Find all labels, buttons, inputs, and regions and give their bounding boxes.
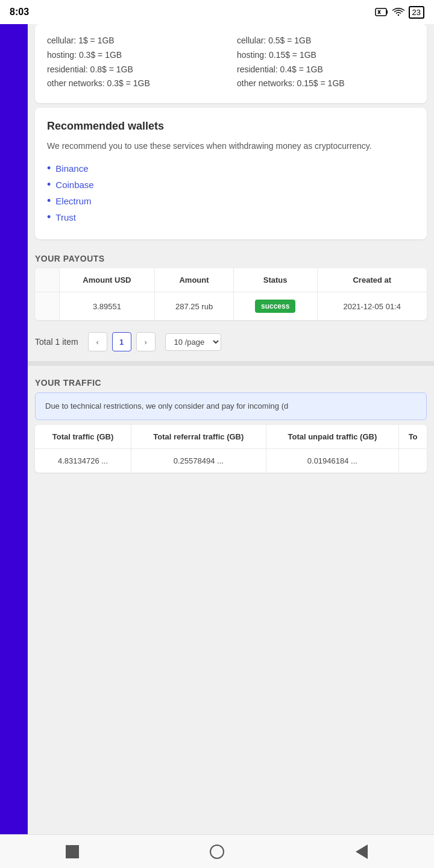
status-icons: 23 xyxy=(375,6,424,19)
price-col-2: cellular: 0.5$ = 1GB hosting: 0.15$ = 1G… xyxy=(237,34,415,91)
svg-rect-0 xyxy=(376,8,386,16)
bottom-spacer xyxy=(28,477,434,586)
th-referral-traffic: Total referral traffic (GB) xyxy=(131,425,266,449)
price-col2-item1: cellular: 0.5$ = 1GB xyxy=(237,34,415,48)
td-unpaid-traffic: 0.01946184 ... xyxy=(266,448,399,473)
price-col1-item4: other networks: 0.3$ = 1GB xyxy=(47,77,225,91)
traffic-notice: Due to technical restrictions, we only c… xyxy=(35,392,427,420)
th-status: Status xyxy=(233,268,317,292)
table-row: 4.83134726 ... 0.25578494 ... 0.01946184… xyxy=(35,448,427,473)
td-extra xyxy=(399,448,427,473)
circle-icon xyxy=(210,844,224,859)
table-row: 3.89551 287.25 rub success 2021-12-05 01… xyxy=(35,292,427,321)
recents-button[interactable] xyxy=(58,837,87,866)
section-divider xyxy=(28,361,434,366)
th-total-traffic: Total traffic (GB) xyxy=(35,425,131,449)
wallet-electrum[interactable]: Electrum xyxy=(47,195,415,207)
bottom-nav xyxy=(0,834,434,868)
main-content: cellular: 1$ = 1GB hosting: 0.3$ = 1GB r… xyxy=(28,24,434,834)
td-amount-usd: 3.89551 xyxy=(59,292,155,321)
pricing-section: cellular: 1$ = 1GB hosting: 0.3$ = 1GB r… xyxy=(35,24,427,103)
sidebar xyxy=(0,24,28,834)
per-page-select[interactable]: 10 /page 20 /page 50 /page xyxy=(165,333,221,351)
th-extra: To xyxy=(399,425,427,449)
wifi-icon xyxy=(392,7,405,17)
recommended-wallets-section: Recommended wallets We recommend you to … xyxy=(35,108,427,239)
status-bar: 8:03 23 xyxy=(0,0,434,24)
th-amount-usd: Amount USD xyxy=(59,268,155,292)
square-icon xyxy=(66,845,79,858)
price-col1-item2: hosting: 0.3$ = 1GB xyxy=(47,48,225,63)
td-status: success xyxy=(233,292,317,321)
price-col2-item4: other networks: 0.15$ = 1GB xyxy=(237,77,415,91)
wallet-coinbase[interactable]: Coinbase xyxy=(47,178,415,191)
back-button[interactable] xyxy=(347,837,376,866)
price-col1-item3: residential: 0.8$ = 1GB xyxy=(47,63,225,77)
payouts-table-wrapper: Amount USD Amount Status Created at 3.89… xyxy=(35,268,427,320)
battery-x-icon xyxy=(375,7,388,17)
price-col-1: cellular: 1$ = 1GB hosting: 0.3$ = 1GB r… xyxy=(47,34,225,91)
traffic-section-label: YOUR TRAFFIC xyxy=(28,368,434,392)
pagination-bar: Total 1 item ‹ 1 › 10 /page 20 /page 50 … xyxy=(28,325,434,359)
price-col2-item3: residential: 0.4$ = 1GB xyxy=(237,63,415,77)
total-items-text: Total 1 item xyxy=(35,337,78,347)
status-time: 8:03 xyxy=(10,7,29,17)
th-unpaid-traffic: Total unpaid traffic (GB) xyxy=(266,425,399,449)
wallets-title: Recommended wallets xyxy=(47,120,415,133)
wallet-trust[interactable]: Trust xyxy=(47,211,415,224)
next-page-button[interactable]: › xyxy=(136,332,156,351)
traffic-table: Total traffic (GB) Total referral traffi… xyxy=(35,425,427,473)
wallet-list: Binance Coinbase Electrum Trust xyxy=(47,162,415,224)
page-wrapper: cellular: 1$ = 1GB hosting: 0.3$ = 1GB r… xyxy=(0,24,434,834)
payouts-table: Amount USD Amount Status Created at 3.89… xyxy=(35,268,427,320)
status-badge: success xyxy=(255,300,295,313)
td-total-traffic: 4.83134726 ... xyxy=(35,448,131,473)
wallet-binance[interactable]: Binance xyxy=(47,162,415,175)
svg-rect-1 xyxy=(386,10,388,14)
td-amount: 287.25 rub xyxy=(155,292,234,321)
price-col2-item2: hosting: 0.15$ = 1GB xyxy=(237,48,415,63)
wallets-description: We recommend you to use these services w… xyxy=(47,140,415,153)
price-columns: cellular: 1$ = 1GB hosting: 0.3$ = 1GB r… xyxy=(47,34,415,91)
payouts-table-header-row: Amount USD Amount Status Created at xyxy=(35,268,427,292)
payouts-section-label: YOUR PAYOUTS xyxy=(28,244,434,268)
home-button[interactable] xyxy=(203,837,231,866)
th-amount: Amount xyxy=(155,268,234,292)
current-page-button[interactable]: 1 xyxy=(112,332,131,351)
td-created-at: 2021-12-05 01:4 xyxy=(317,292,427,321)
battery-percent: 23 xyxy=(409,6,424,19)
price-col1-item1: cellular: 1$ = 1GB xyxy=(47,34,225,48)
th-created-at: Created at xyxy=(317,268,427,292)
prev-page-button[interactable]: ‹ xyxy=(88,332,107,351)
back-icon xyxy=(356,844,368,859)
td-referral-traffic: 0.25578494 ... xyxy=(131,448,266,473)
traffic-table-wrapper: Total traffic (GB) Total referral traffi… xyxy=(35,425,427,473)
th-index xyxy=(35,268,59,292)
traffic-table-header-row: Total traffic (GB) Total referral traffi… xyxy=(35,425,427,449)
td-index xyxy=(35,292,59,321)
